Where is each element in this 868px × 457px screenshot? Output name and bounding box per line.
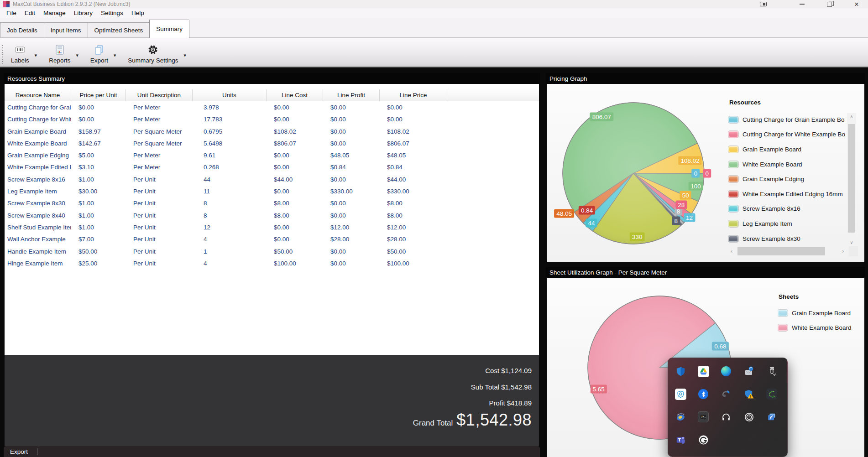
table-row[interactable]: Shelf Stud Example Item$1.00Per Unit12$0… xyxy=(5,221,539,233)
bluetooth-icon[interactable] xyxy=(697,388,709,400)
usb-eject-icon[interactable] xyxy=(766,365,778,377)
legend-item[interactable]: White Example Board xyxy=(728,157,845,172)
headphones-icon[interactable] xyxy=(720,411,732,423)
legend-item[interactable]: Screw Example 8x16 xyxy=(728,202,845,217)
labels-button[interactable]: Labels xyxy=(6,42,34,65)
column-header[interactable]: Price per Unit xyxy=(71,89,126,101)
summary-settings-button[interactable]: Summary Settings xyxy=(123,42,183,65)
pricing-legend-vertical-scrollbar[interactable]: ∧ ∨ xyxy=(847,113,856,246)
menu-edit[interactable]: Edit xyxy=(21,8,39,18)
table-row[interactable]: Screw Example 8x16$1.00Per Unit44$44.00$… xyxy=(5,173,539,185)
menu-manage[interactable]: Manage xyxy=(39,8,70,18)
export-icon xyxy=(93,43,105,56)
windows-app-icon[interactable] xyxy=(766,411,778,423)
microsoft-teams-icon[interactable]: T xyxy=(675,434,686,446)
table-row[interactable]: Screw Example 8x30$1.00Per Unit8$8.00$0.… xyxy=(5,197,539,209)
table-cell: Per Square Meter xyxy=(126,140,193,147)
table-cell: $108.02 xyxy=(380,128,447,135)
scroll-up-arrow-icon[interactable]: ∧ xyxy=(847,113,856,120)
table-row[interactable]: Hinge Example Item$25.00Per Unit4$100.00… xyxy=(5,257,539,269)
table-row[interactable]: Screw Example 8x40$1.00Per Unit8$8.00$0.… xyxy=(5,209,539,221)
hp-device-icon[interactable] xyxy=(720,388,732,400)
legend-item[interactable]: Cutting Charge for White Example Board xyxy=(728,127,845,142)
table-row[interactable]: White Example Board$142.67Per Square Met… xyxy=(5,137,539,149)
table-row[interactable]: Handle Example Item$50.00Per Unit1$50.00… xyxy=(5,245,539,257)
legend-swatch xyxy=(778,324,788,331)
dropdown-arrow-icon[interactable]: ▼ xyxy=(114,54,116,57)
table-cell: 9.61 xyxy=(193,152,267,159)
vertical-scroll-thumb[interactable] xyxy=(848,124,855,233)
security-alert-icon[interactable] xyxy=(743,388,755,400)
resources-summary-panel-title: Resources Summary xyxy=(4,73,540,84)
legend-swatch xyxy=(728,116,738,123)
grammarly-icon[interactable] xyxy=(697,434,709,446)
microsoft-edge-icon[interactable] xyxy=(720,365,732,377)
legend-item[interactable]: Grain Example Board xyxy=(728,142,845,157)
table-row[interactable]: Wall Anchor Example$7.00Per Unit4$0.00$2… xyxy=(5,234,539,245)
table-row[interactable]: White Example Edited Edging 16mm$3.10Per… xyxy=(5,161,539,173)
column-header[interactable] xyxy=(447,89,539,101)
legend-item-label: Grain Example Edging xyxy=(743,176,804,182)
menu-file[interactable]: File xyxy=(2,8,21,18)
legend-item[interactable]: White Example Edited Edging 16mm xyxy=(728,187,845,202)
tab-optimized-sheets[interactable]: Optimized Sheets xyxy=(88,22,150,37)
export-panel-bar[interactable]: Export xyxy=(4,446,540,457)
column-header[interactable]: Unit Description xyxy=(126,89,193,101)
hp-support-icon[interactable] xyxy=(675,388,686,400)
legend-item[interactable]: Cutting Charge for Grain Example Board xyxy=(728,112,845,127)
horizontal-scroll-thumb[interactable] xyxy=(737,247,825,255)
tab-input-items[interactable]: Input Items xyxy=(44,22,88,37)
scroll-down-arrow-icon[interactable]: ∨ xyxy=(847,239,856,246)
scroll-right-arrow-icon[interactable]: › xyxy=(839,246,847,256)
table-cell: $0.00 xyxy=(71,104,126,111)
toolbar-drag-handle[interactable] xyxy=(2,45,3,64)
legend-item[interactable]: Screw Example 8x30 xyxy=(728,231,845,246)
legend-swatch xyxy=(728,220,738,227)
reports-button[interactable]: Reports xyxy=(44,42,75,65)
column-header[interactable]: Resource Name xyxy=(5,89,71,101)
close-button[interactable]: ✕ xyxy=(847,0,866,8)
table-row[interactable]: Cutting Charge for White Example Board$0… xyxy=(5,114,539,125)
toolbar-button-label: Labels xyxy=(11,57,29,64)
export-button[interactable]: Export xyxy=(86,42,113,65)
tab-summary[interactable]: Summary xyxy=(149,20,189,38)
column-header[interactable]: Units xyxy=(193,89,267,101)
power-info-icon[interactable] xyxy=(743,411,755,423)
dropdown-arrow-icon[interactable]: ▼ xyxy=(184,54,186,57)
resources-summary-table-area: Resource NamePrice per UnitUnit Descript… xyxy=(5,84,539,355)
dropdown-arrow-icon[interactable]: ▼ xyxy=(35,54,37,57)
table-cell: Per Unit xyxy=(126,200,193,207)
google-drive-icon[interactable] xyxy=(697,365,709,377)
column-header[interactable]: Line Price xyxy=(380,89,447,101)
minimize-button[interactable] xyxy=(793,0,811,8)
restore-button[interactable] xyxy=(820,0,838,8)
legend-item[interactable]: Leg Example Item xyxy=(728,216,845,231)
table-row[interactable]: Leg Example Item$30.00Per Unit11$0.00$33… xyxy=(5,185,539,197)
pricing-legend-horizontal-scrollbar[interactable]: ‹ › xyxy=(727,246,847,256)
scroll-left-arrow-icon[interactable]: ‹ xyxy=(727,246,736,256)
sheet-utilization-panel-title: Sheet Utilization Graph - Per Square Met… xyxy=(546,267,865,278)
camera-app-icon[interactable] xyxy=(697,411,709,423)
menu-library[interactable]: Library xyxy=(70,8,97,18)
table-row[interactable]: Cutting Charge for Grain Example Board$0… xyxy=(5,101,539,113)
table-row[interactable]: Grain Example Edging$5.00Per Meter9.61$0… xyxy=(5,149,539,161)
windows-security-icon[interactable] xyxy=(675,365,686,377)
blue-badge-icon[interactable] xyxy=(675,411,686,423)
column-header[interactable]: Line Profit xyxy=(323,89,380,101)
table-row[interactable]: Grain Example Board$158.97Per Square Met… xyxy=(5,125,539,137)
legend-item[interactable]: White Example Board xyxy=(778,321,863,336)
legend-item[interactable]: Grain Example Board xyxy=(778,306,863,321)
device-status-icon[interactable] xyxy=(754,0,772,8)
greenshot-icon[interactable] xyxy=(766,388,778,400)
menu-settings[interactable]: Settings xyxy=(97,8,127,18)
grand-total-value: $1,542.98 xyxy=(456,410,532,430)
pricing-graph-panel-title: Pricing Graph xyxy=(546,73,865,84)
column-header[interactable]: Line Cost xyxy=(267,89,323,101)
legend-item[interactable]: Grain Example Edging xyxy=(728,171,845,187)
dropdown-arrow-icon[interactable]: ▼ xyxy=(76,54,78,57)
tab-job-details[interactable]: Job Details xyxy=(0,22,44,37)
pricing-graph-title-text: Pricing Graph xyxy=(549,75,587,82)
legend-item-label: Grain Example Board xyxy=(792,310,851,317)
menu-help[interactable]: Help xyxy=(127,8,148,18)
mail-sync-icon[interactable] xyxy=(743,365,755,377)
